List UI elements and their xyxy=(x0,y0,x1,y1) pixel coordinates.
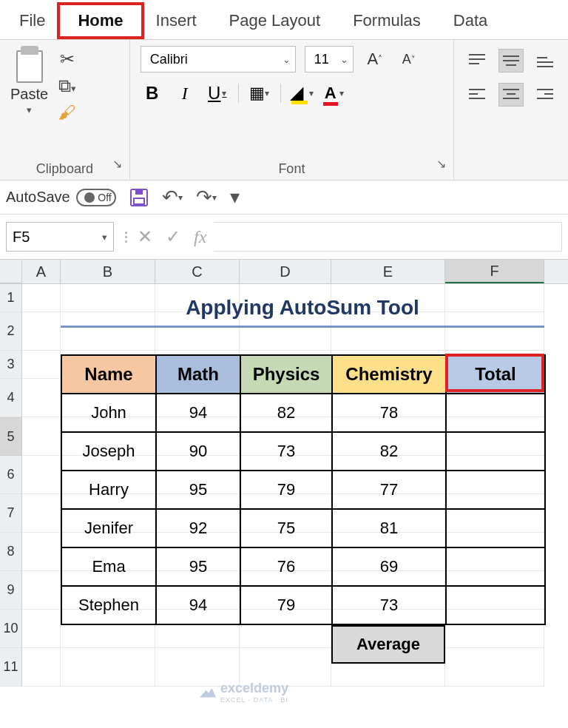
dialog-launcher-icon[interactable]: ↘ xyxy=(436,157,446,171)
row-header[interactable]: 8 xyxy=(0,533,22,571)
cell[interactable]: 95 xyxy=(156,547,240,586)
cell[interactable]: Joseph xyxy=(61,432,156,471)
row-header[interactable]: 11 xyxy=(0,648,22,687)
group-font-label: Font ↘ xyxy=(141,157,443,177)
row-header[interactable]: 4 xyxy=(0,379,22,417)
cell[interactable] xyxy=(446,509,545,547)
tab-formulas[interactable]: Formulas xyxy=(337,4,437,39)
format-painter-button[interactable]: 🖌 xyxy=(54,102,81,123)
cell[interactable]: 78 xyxy=(332,394,446,432)
cell[interactable]: 73 xyxy=(240,432,332,471)
row-header[interactable]: 5 xyxy=(0,417,22,456)
align-middle-icon[interactable] xyxy=(498,49,524,73)
row-header[interactable]: 2 xyxy=(0,312,22,351)
cell[interactable]: 95 xyxy=(156,471,240,509)
row-header[interactable]: 10 xyxy=(0,610,22,648)
group-font: Calibri ⌄ 11 ⌄ A˄ A˅ B I U▾ ▦▾ ◢▾ A▾ xyxy=(130,40,454,180)
decrease-font-icon[interactable]: A˅ xyxy=(396,47,422,71)
cell[interactable]: Ema xyxy=(61,547,156,586)
cell[interactable] xyxy=(446,586,545,624)
cell[interactable]: 76 xyxy=(240,547,332,586)
row-header[interactable]: 6 xyxy=(0,456,22,494)
cell[interactable]: 69 xyxy=(332,547,446,586)
font-color-button[interactable]: A▾ xyxy=(322,81,346,105)
font-size-combo[interactable]: 11 ⌄ xyxy=(305,46,354,73)
header-total: Total xyxy=(446,355,545,394)
group-clipboard-label: Clipboard ↘ xyxy=(10,157,119,177)
tab-data[interactable]: Data xyxy=(437,4,504,39)
cell[interactable]: 82 xyxy=(332,432,446,471)
align-left-icon[interactable] xyxy=(464,83,490,107)
group-clipboard: Paste ▾ ✂ ⧉▾ 🖌 Clipboard ↘ xyxy=(0,40,130,180)
cell[interactable] xyxy=(446,547,545,586)
row-header[interactable]: 1 xyxy=(0,284,22,312)
cell[interactable]: 79 xyxy=(240,586,332,624)
tab-insert[interactable]: Insert xyxy=(140,4,213,39)
col-header-D[interactable]: D xyxy=(240,260,331,283)
tab-page-layout[interactable]: Page Layout xyxy=(213,4,337,39)
dialog-launcher-icon[interactable]: ↘ xyxy=(112,157,122,171)
col-header-B[interactable]: B xyxy=(61,260,155,283)
col-header-A[interactable]: A xyxy=(22,260,61,283)
cut-button[interactable]: ✂ xyxy=(54,49,81,70)
tab-file[interactable]: File xyxy=(3,4,61,39)
cell[interactable]: 81 xyxy=(332,509,446,547)
row-header[interactable]: 7 xyxy=(0,494,22,533)
cell[interactable] xyxy=(446,394,545,432)
align-bottom-icon[interactable] xyxy=(532,49,558,73)
select-all-corner[interactable] xyxy=(0,260,22,283)
grip-icon xyxy=(121,222,130,252)
ribbon-tabs: File Home Insert Page Layout Formulas Da… xyxy=(0,0,568,40)
cell[interactable]: 92 xyxy=(156,509,240,547)
name-box[interactable]: F5 ▾ xyxy=(6,222,114,252)
customize-qat-button[interactable]: ▾ xyxy=(230,186,240,209)
cell[interactable]: Jenifer xyxy=(61,509,156,547)
underline-button[interactable]: U▾ xyxy=(206,81,229,105)
cell[interactable] xyxy=(446,432,545,471)
save-button[interactable] xyxy=(129,188,149,207)
increase-font-icon[interactable]: A˄ xyxy=(362,47,388,71)
row-header[interactable]: 3 xyxy=(0,351,22,379)
cell[interactable]: 73 xyxy=(332,586,446,624)
cell[interactable]: 75 xyxy=(240,509,332,547)
formula-bar-input[interactable] xyxy=(214,222,562,252)
cell[interactable]: 94 xyxy=(156,394,240,432)
fill-color-button[interactable]: ◢▾ xyxy=(290,81,314,105)
borders-button[interactable]: ▦▾ xyxy=(248,81,271,105)
grid-body[interactable]: 1 2 3 4 5 6 7 8 9 10 11 Applying AutoSum… xyxy=(0,284,568,687)
align-center-icon[interactable] xyxy=(498,83,524,107)
cell[interactable]: Stephen xyxy=(61,586,156,624)
undo-button[interactable]: ↶▾ xyxy=(162,186,183,209)
italic-button[interactable]: I xyxy=(173,81,197,105)
col-header-F[interactable]: F xyxy=(445,260,544,283)
autosave-toggle[interactable]: AutoSave Off xyxy=(6,189,116,206)
align-top-icon[interactable] xyxy=(464,49,490,73)
cell[interactable]: Harry xyxy=(61,471,156,509)
svg-rect-19 xyxy=(134,198,144,204)
font-name-combo[interactable]: Calibri ⌄ xyxy=(141,46,296,73)
bold-button[interactable]: B xyxy=(141,81,164,105)
copy-button[interactable]: ⧉▾ xyxy=(54,75,81,96)
spreadsheet-grid: A B C D E F 1 2 3 4 5 6 7 8 9 10 11 Appl… xyxy=(0,259,568,687)
insert-function-button[interactable]: fx xyxy=(194,227,206,247)
tab-home[interactable]: Home xyxy=(61,4,139,39)
cell[interactable]: 94 xyxy=(156,586,240,624)
cancel-formula-button[interactable]: ✕ xyxy=(138,226,152,247)
enter-formula-button[interactable]: ✓ xyxy=(166,226,180,247)
cell[interactable] xyxy=(446,471,545,509)
cell[interactable]: 77 xyxy=(332,471,446,509)
align-right-icon[interactable] xyxy=(532,83,558,107)
cell[interactable]: 82 xyxy=(240,394,332,432)
cell[interactable]: 90 xyxy=(156,432,240,471)
average-label-cell[interactable]: Average xyxy=(331,625,445,664)
row-header[interactable]: 9 xyxy=(0,571,22,610)
col-header-C[interactable]: C xyxy=(155,260,240,283)
ribbon-body: Paste ▾ ✂ ⧉▾ 🖌 Clipboard ↘ Calibri ⌄ 11 xyxy=(0,40,568,181)
header-math: Math xyxy=(156,355,240,394)
chevron-down-icon: ▾ xyxy=(27,104,32,115)
paste-button[interactable]: Paste ▾ xyxy=(10,46,48,123)
cell[interactable]: 79 xyxy=(240,471,332,509)
cell[interactable]: John xyxy=(61,394,156,432)
col-header-E[interactable]: E xyxy=(331,260,445,283)
redo-button[interactable]: ↷▾ xyxy=(196,186,217,209)
